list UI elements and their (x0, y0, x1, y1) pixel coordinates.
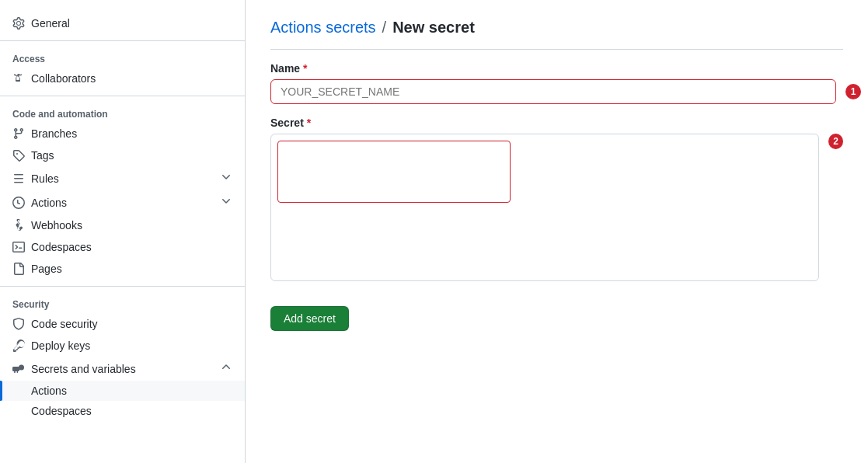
person-icon (12, 72, 25, 85)
code-automation-section-label: Code and automation (0, 103, 245, 123)
key-icon (12, 339, 25, 352)
branch-icon (12, 127, 25, 140)
secret-required: * (307, 117, 311, 129)
secret-icon (12, 363, 25, 375)
breadcrumb-separator: / (382, 19, 387, 37)
actions-chevron-icon (220, 195, 232, 210)
divider-2 (0, 96, 245, 96)
actions-label: Actions (31, 197, 214, 209)
name-input-wrapper: 1 (270, 79, 861, 104)
sidebar-item-deploy-keys[interactable]: Deploy keys (0, 335, 245, 357)
sidebar-item-actions[interactable]: Actions (0, 190, 245, 214)
code-security-label: Code security (31, 318, 232, 330)
codesecurity-icon (12, 318, 25, 330)
codespaces-label: Codespaces (31, 241, 232, 253)
sidebar-sub-item-actions[interactable]: Actions (0, 381, 245, 401)
add-secret-button[interactable]: Add secret (270, 306, 349, 331)
secret-form-group: Secret * 2 (270, 117, 843, 281)
breadcrumb: Actions secrets / New secret (270, 19, 843, 50)
sidebar-item-pages[interactable]: Pages (0, 258, 245, 280)
rules-label: Rules (31, 172, 214, 185)
tag-icon (12, 149, 25, 162)
sidebar-item-collaborators[interactable]: Collaborators (0, 68, 245, 89)
sidebar-item-tags[interactable]: Tags (0, 144, 245, 166)
sidebar-item-rules[interactable]: Rules (0, 166, 245, 190)
tags-label: Tags (31, 149, 232, 162)
branches-label: Branches (31, 127, 232, 140)
sidebar-item-codespaces[interactable]: Codespaces (0, 236, 245, 258)
breadcrumb-link[interactable]: Actions secrets (270, 19, 376, 37)
main-content: Actions secrets / New secret Name * 1 Se… (246, 0, 868, 463)
name-badge: 1 (845, 84, 861, 99)
name-form-group: Name * 1 (270, 62, 843, 104)
webhooks-label: Webhooks (31, 219, 232, 232)
pages-label: Pages (31, 263, 232, 275)
sidebar-item-webhooks[interactable]: Webhooks (0, 214, 245, 236)
rules-icon (12, 172, 25, 185)
sidebar-item-branches[interactable]: Branches (0, 123, 245, 144)
collaborators-label: Collaborators (31, 72, 232, 85)
pages-icon (12, 263, 25, 275)
breadcrumb-current: New secret (392, 19, 475, 37)
divider-1 (0, 40, 245, 41)
secret-badge: 2 (828, 134, 843, 149)
secret-input-wrapper: 2 (270, 134, 843, 281)
sidebar-item-secrets-and-variables[interactable]: Secrets and variables (0, 357, 245, 381)
access-section-label: Access (0, 47, 245, 68)
sidebar-sub-item-codespaces[interactable]: Codespaces (0, 401, 245, 421)
webhook-icon (12, 219, 25, 232)
secret-label: Secret * (270, 117, 843, 129)
sidebar-item-code-security[interactable]: Code security (0, 313, 245, 335)
sidebar-item-general[interactable]: General (0, 12, 245, 34)
name-required: * (303, 62, 307, 75)
secrets-and-variables-label: Secrets and variables (31, 363, 214, 375)
secrets-chevron-icon (220, 361, 232, 376)
actions-sub-label: Actions (31, 385, 67, 397)
rules-chevron-icon (220, 171, 232, 186)
name-input[interactable] (270, 79, 836, 104)
security-section-label: Security (0, 293, 245, 313)
name-label: Name * (270, 62, 843, 75)
actions-icon (12, 197, 25, 209)
general-label: General (31, 17, 232, 30)
deploy-keys-label: Deploy keys (31, 339, 232, 352)
codespaces-sub-label: Codespaces (31, 405, 92, 417)
gear-icon (12, 17, 25, 30)
divider-3 (0, 286, 245, 287)
secret-textarea[interactable] (277, 141, 511, 203)
codespaces-icon (12, 241, 25, 253)
secret-container (270, 134, 819, 281)
sidebar: General Access Collaborators Code and au… (0, 0, 246, 463)
